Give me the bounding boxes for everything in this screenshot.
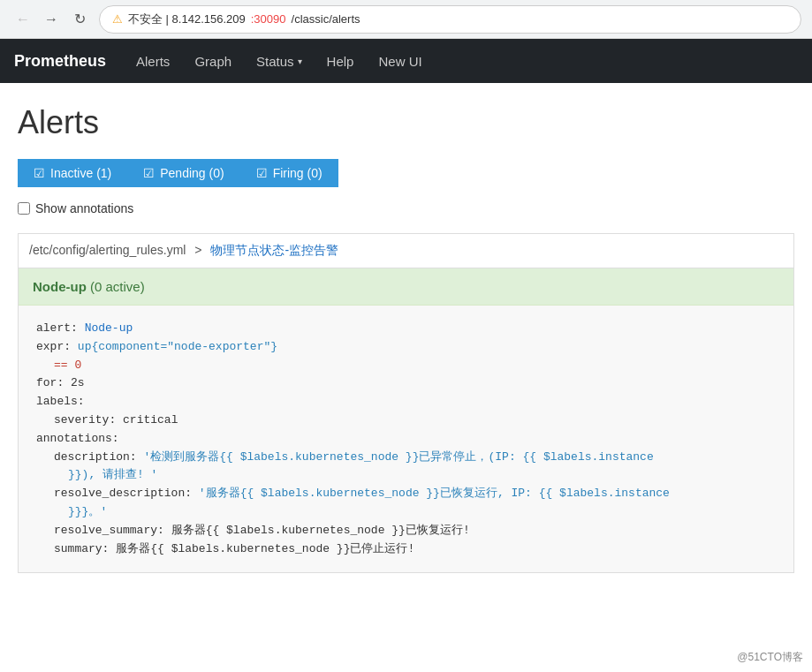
code-expr-line: expr: up{component="node-exporter"} — [36, 338, 776, 357]
navbar-nav: Alerts Graph Status ▾ Help New UI — [124, 39, 435, 83]
back-button[interactable]: ← — [11, 7, 35, 32]
filter-inactive-label: Inactive (1) — [50, 166, 111, 180]
code-desc-continuation: }}), 请排查! ' — [36, 466, 776, 485]
filter-buttons: ☑ Inactive (1) ☑ Pending (0) ☑ Firing (0… — [18, 159, 794, 187]
code-block: alert: Node-up expr: up{component="node-… — [19, 306, 793, 572]
security-warning-icon: ⚠ — [112, 12, 123, 26]
url-path: /classic/alerts — [292, 12, 360, 26]
navbar: Prometheus Alerts Graph Status ▾ Help Ne… — [0, 39, 812, 83]
show-annotations-checkbox[interactable] — [18, 202, 30, 215]
filter-firing-button[interactable]: ☑ Firing (0) — [240, 159, 338, 187]
browser-nav-buttons: ← → ↻ — [11, 7, 92, 32]
show-annotations-row: Show annotations — [18, 201, 794, 215]
forward-button[interactable]: → — [39, 7, 64, 32]
nav-item-status[interactable]: Status ▾ — [244, 39, 315, 83]
navbar-brand[interactable]: Prometheus — [14, 52, 106, 71]
page-title: Alerts — [18, 104, 794, 141]
code-for-line: for: 2s — [36, 374, 776, 393]
file-path-text: /etc/config/alerting_rules.yml — [29, 243, 186, 257]
code-resolve-sum-line: resolve_summary: 服务器{{ $labels.kubernete… — [36, 522, 776, 540]
reload-button[interactable]: ↻ — [67, 7, 92, 32]
rule-file-path: /etc/config/alerting_rules.yml > 物理节点状态-… — [18, 233, 794, 268]
nav-item-graph[interactable]: Graph — [182, 39, 244, 83]
code-summary-line: summary: 服务器{{ $labels.kubernetes_node }… — [36, 540, 776, 559]
filter-pending-label: Pending (0) — [160, 166, 224, 180]
alert-rule-count: (0 active) — [90, 279, 145, 294]
nav-item-alerts[interactable]: Alerts — [124, 39, 182, 83]
nav-item-newui[interactable]: New UI — [366, 39, 434, 83]
filter-inactive-button[interactable]: ☑ Inactive (1) — [18, 159, 127, 187]
nav-item-help[interactable]: Help — [315, 39, 367, 83]
address-bar[interactable]: ⚠ 不安全 | 8.142.156.209 :30090 /classic/al… — [99, 5, 801, 34]
main-content: Alerts ☑ Inactive (1) ☑ Pending (0) ☑ Fi… — [0, 83, 812, 594]
code-resolve-desc-continuation: }}}。' — [36, 503, 776, 522]
show-annotations-label: Show annotations — [35, 201, 133, 215]
code-annotations-line: annotations: — [36, 430, 776, 449]
filter-pending-button[interactable]: ☑ Pending (0) — [127, 159, 239, 187]
code-alert-line: alert: Node-up — [36, 320, 776, 338]
code-desc-line: description: '检测到服务器{{ $labels.kubernete… — [36, 449, 776, 467]
url-port: :30090 — [251, 12, 286, 26]
code-expr-continuation: == 0 — [36, 357, 776, 375]
rule-group-name: 物理节点状态-监控告警 — [210, 243, 338, 257]
filter-firing-label: Firing (0) — [273, 166, 323, 180]
browser-chrome: ← → ↻ ⚠ 不安全 | 8.142.156.209 :30090 /clas… — [0, 0, 812, 39]
firing-check-icon: ☑ — [256, 166, 268, 180]
status-dropdown-caret: ▾ — [298, 57, 302, 66]
code-severity-line: severity: critical — [36, 412, 776, 430]
pending-check-icon: ☑ — [143, 166, 155, 180]
alert-rule-block: Node-up (0 active) alert: Node-up expr: … — [18, 268, 794, 573]
url-prefix: 不安全 | 8.142.156.209 — [128, 11, 246, 27]
alert-rule-header[interactable]: Node-up (0 active) — [19, 268, 793, 306]
path-arrow: > — [194, 243, 201, 257]
inactive-check-icon: ☑ — [34, 166, 45, 180]
code-labels-line: labels: — [36, 393, 776, 412]
alert-rule-name: Node-up (0 active) — [33, 279, 145, 294]
code-resolve-desc-line: resolve_description: '服务器{{ $labels.kube… — [36, 485, 776, 503]
